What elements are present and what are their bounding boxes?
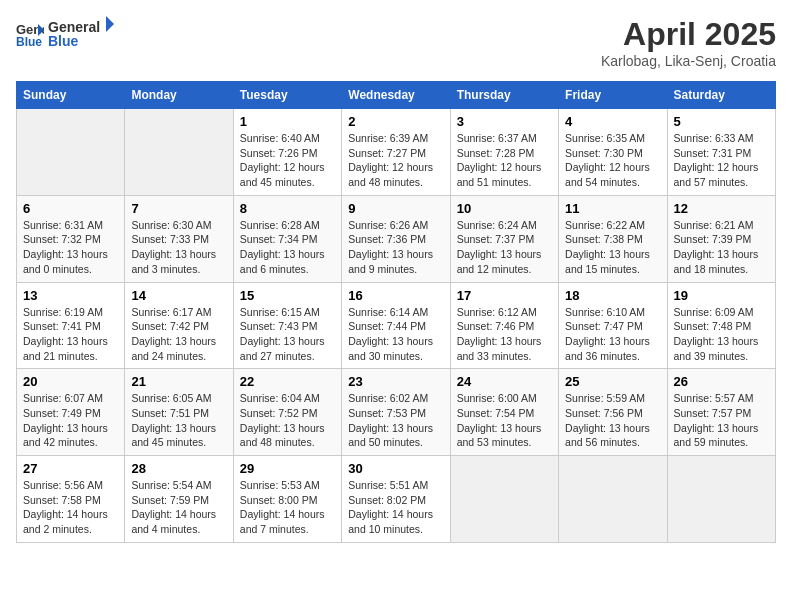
day-info: Sunrise: 6:17 AM Sunset: 7:42 PM Dayligh… [131,305,226,364]
day-number: 25 [565,374,660,389]
calendar-cell: 6Sunrise: 6:31 AM Sunset: 7:32 PM Daylig… [17,195,125,282]
calendar-cell: 21Sunrise: 6:05 AM Sunset: 7:51 PM Dayli… [125,369,233,456]
day-number: 16 [348,288,443,303]
calendar-table: SundayMondayTuesdayWednesdayThursdayFrid… [16,81,776,543]
day-info: Sunrise: 6:39 AM Sunset: 7:27 PM Dayligh… [348,131,443,190]
day-info: Sunrise: 6:15 AM Sunset: 7:43 PM Dayligh… [240,305,335,364]
day-number: 10 [457,201,552,216]
calendar-cell: 23Sunrise: 6:02 AM Sunset: 7:53 PM Dayli… [342,369,450,456]
logo-icon: General Blue [16,20,44,48]
day-info: Sunrise: 6:19 AM Sunset: 7:41 PM Dayligh… [23,305,118,364]
day-info: Sunrise: 5:59 AM Sunset: 7:56 PM Dayligh… [565,391,660,450]
day-info: Sunrise: 6:30 AM Sunset: 7:33 PM Dayligh… [131,218,226,277]
calendar-cell: 1Sunrise: 6:40 AM Sunset: 7:26 PM Daylig… [233,109,341,196]
day-info: Sunrise: 5:54 AM Sunset: 7:59 PM Dayligh… [131,478,226,537]
day-number: 28 [131,461,226,476]
calendar-cell: 13Sunrise: 6:19 AM Sunset: 7:41 PM Dayli… [17,282,125,369]
calendar-cell: 20Sunrise: 6:07 AM Sunset: 7:49 PM Dayli… [17,369,125,456]
day-number: 24 [457,374,552,389]
day-info: Sunrise: 6:31 AM Sunset: 7:32 PM Dayligh… [23,218,118,277]
calendar-cell: 22Sunrise: 6:04 AM Sunset: 7:52 PM Dayli… [233,369,341,456]
calendar-cell: 19Sunrise: 6:09 AM Sunset: 7:48 PM Dayli… [667,282,775,369]
day-number: 3 [457,114,552,129]
calendar-cell: 14Sunrise: 6:17 AM Sunset: 7:42 PM Dayli… [125,282,233,369]
svg-marker-5 [106,16,114,32]
calendar-cell: 18Sunrise: 6:10 AM Sunset: 7:47 PM Dayli… [559,282,667,369]
calendar-cell: 9Sunrise: 6:26 AM Sunset: 7:36 PM Daylig… [342,195,450,282]
day-info: Sunrise: 6:05 AM Sunset: 7:51 PM Dayligh… [131,391,226,450]
day-number: 12 [674,201,769,216]
day-number: 19 [674,288,769,303]
weekday-header-tuesday: Tuesday [233,82,341,109]
weekday-header-row: SundayMondayTuesdayWednesdayThursdayFrid… [17,82,776,109]
calendar-cell: 7Sunrise: 6:30 AM Sunset: 7:33 PM Daylig… [125,195,233,282]
week-row-2: 6Sunrise: 6:31 AM Sunset: 7:32 PM Daylig… [17,195,776,282]
day-number: 9 [348,201,443,216]
day-info: Sunrise: 6:04 AM Sunset: 7:52 PM Dayligh… [240,391,335,450]
title-block: April 2025 Karlobag, Lika-Senj, Croatia [601,16,776,69]
day-number: 17 [457,288,552,303]
day-number: 29 [240,461,335,476]
calendar-cell: 30Sunrise: 5:51 AM Sunset: 8:02 PM Dayli… [342,456,450,543]
day-info: Sunrise: 5:51 AM Sunset: 8:02 PM Dayligh… [348,478,443,537]
day-number: 30 [348,461,443,476]
day-number: 13 [23,288,118,303]
calendar-cell: 8Sunrise: 6:28 AM Sunset: 7:34 PM Daylig… [233,195,341,282]
calendar-cell: 26Sunrise: 5:57 AM Sunset: 7:57 PM Dayli… [667,369,775,456]
calendar-cell: 27Sunrise: 5:56 AM Sunset: 7:58 PM Dayli… [17,456,125,543]
day-number: 21 [131,374,226,389]
calendar-cell [125,109,233,196]
day-info: Sunrise: 6:37 AM Sunset: 7:28 PM Dayligh… [457,131,552,190]
day-info: Sunrise: 6:21 AM Sunset: 7:39 PM Dayligh… [674,218,769,277]
day-number: 20 [23,374,118,389]
day-info: Sunrise: 5:56 AM Sunset: 7:58 PM Dayligh… [23,478,118,537]
day-number: 6 [23,201,118,216]
day-info: Sunrise: 6:14 AM Sunset: 7:44 PM Dayligh… [348,305,443,364]
location-subtitle: Karlobag, Lika-Senj, Croatia [601,53,776,69]
day-info: Sunrise: 6:24 AM Sunset: 7:37 PM Dayligh… [457,218,552,277]
calendar-cell: 10Sunrise: 6:24 AM Sunset: 7:37 PM Dayli… [450,195,558,282]
calendar-cell: 4Sunrise: 6:35 AM Sunset: 7:30 PM Daylig… [559,109,667,196]
calendar-cell: 28Sunrise: 5:54 AM Sunset: 7:59 PM Dayli… [125,456,233,543]
logo: General Blue General Blue [16,16,118,52]
day-number: 1 [240,114,335,129]
calendar-cell: 2Sunrise: 6:39 AM Sunset: 7:27 PM Daylig… [342,109,450,196]
calendar-cell: 16Sunrise: 6:14 AM Sunset: 7:44 PM Dayli… [342,282,450,369]
day-number: 8 [240,201,335,216]
logo-svg: General Blue [48,16,118,52]
day-info: Sunrise: 6:33 AM Sunset: 7:31 PM Dayligh… [674,131,769,190]
day-info: Sunrise: 6:28 AM Sunset: 7:34 PM Dayligh… [240,218,335,277]
day-number: 23 [348,374,443,389]
day-info: Sunrise: 6:35 AM Sunset: 7:30 PM Dayligh… [565,131,660,190]
svg-text:Blue: Blue [48,33,79,49]
day-number: 22 [240,374,335,389]
day-info: Sunrise: 6:12 AM Sunset: 7:46 PM Dayligh… [457,305,552,364]
calendar-cell [450,456,558,543]
day-info: Sunrise: 6:02 AM Sunset: 7:53 PM Dayligh… [348,391,443,450]
calendar-cell: 25Sunrise: 5:59 AM Sunset: 7:56 PM Dayli… [559,369,667,456]
week-row-5: 27Sunrise: 5:56 AM Sunset: 7:58 PM Dayli… [17,456,776,543]
weekday-header-thursday: Thursday [450,82,558,109]
calendar-cell: 12Sunrise: 6:21 AM Sunset: 7:39 PM Dayli… [667,195,775,282]
day-number: 2 [348,114,443,129]
day-info: Sunrise: 6:10 AM Sunset: 7:47 PM Dayligh… [565,305,660,364]
day-info: Sunrise: 6:40 AM Sunset: 7:26 PM Dayligh… [240,131,335,190]
calendar-cell: 3Sunrise: 6:37 AM Sunset: 7:28 PM Daylig… [450,109,558,196]
day-info: Sunrise: 5:57 AM Sunset: 7:57 PM Dayligh… [674,391,769,450]
week-row-3: 13Sunrise: 6:19 AM Sunset: 7:41 PM Dayli… [17,282,776,369]
calendar-cell: 17Sunrise: 6:12 AM Sunset: 7:46 PM Dayli… [450,282,558,369]
weekday-header-monday: Monday [125,82,233,109]
calendar-cell: 15Sunrise: 6:15 AM Sunset: 7:43 PM Dayli… [233,282,341,369]
day-number: 18 [565,288,660,303]
svg-text:Blue: Blue [16,35,42,48]
calendar-cell: 29Sunrise: 5:53 AM Sunset: 8:00 PM Dayli… [233,456,341,543]
weekday-header-wednesday: Wednesday [342,82,450,109]
day-info: Sunrise: 6:09 AM Sunset: 7:48 PM Dayligh… [674,305,769,364]
day-info: Sunrise: 6:22 AM Sunset: 7:38 PM Dayligh… [565,218,660,277]
month-title: April 2025 [601,16,776,53]
weekday-header-saturday: Saturday [667,82,775,109]
day-number: 7 [131,201,226,216]
day-number: 27 [23,461,118,476]
day-info: Sunrise: 6:26 AM Sunset: 7:36 PM Dayligh… [348,218,443,277]
day-number: 26 [674,374,769,389]
